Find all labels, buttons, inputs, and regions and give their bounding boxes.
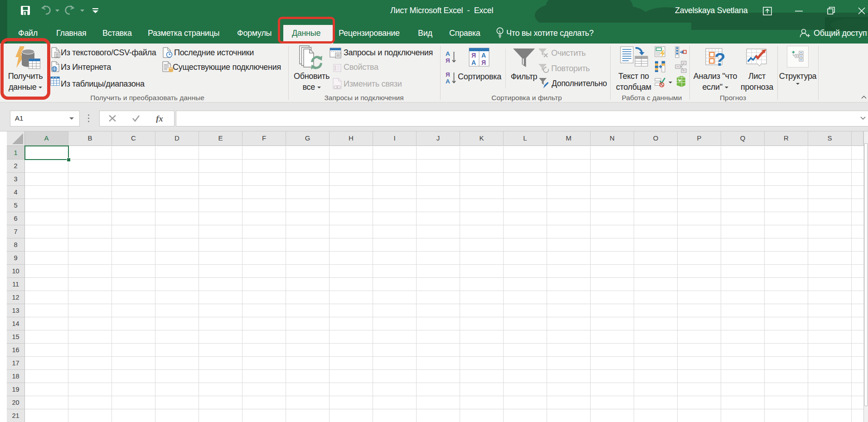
svg-text:fx: fx bbox=[156, 114, 163, 123]
svg-text:Я: Я bbox=[481, 59, 486, 66]
svg-text:?: ? bbox=[714, 49, 725, 69]
svg-text:А: А bbox=[446, 78, 450, 85]
svg-text:Я: Я bbox=[446, 71, 450, 78]
svg-text:Я: Я bbox=[471, 52, 476, 59]
svg-text:А: А bbox=[446, 50, 450, 57]
svg-text:А: А bbox=[471, 59, 476, 66]
svg-text:А: А bbox=[481, 52, 486, 59]
svg-text:Я: Я bbox=[446, 57, 450, 64]
